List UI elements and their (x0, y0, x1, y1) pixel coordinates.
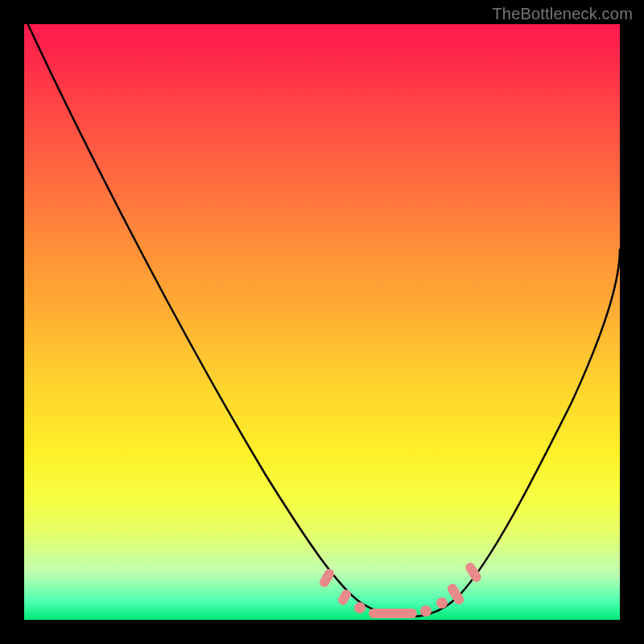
marker-dot (354, 602, 365, 613)
marker-dot (420, 605, 431, 617)
watermark-text: TheBottleneck.com (492, 5, 633, 23)
marker-dot (369, 609, 417, 618)
chart-frame: TheBottleneck.com (0, 0, 644, 644)
marker-dot (318, 568, 336, 589)
curve-markers (318, 561, 483, 618)
marker-dot (436, 597, 448, 609)
marker-dot (336, 588, 353, 606)
chart-svg (24, 24, 620, 620)
bottleneck-curve (24, 24, 620, 617)
marker-dot (445, 582, 465, 606)
marker-dot (464, 561, 483, 584)
plot-area (24, 24, 620, 620)
